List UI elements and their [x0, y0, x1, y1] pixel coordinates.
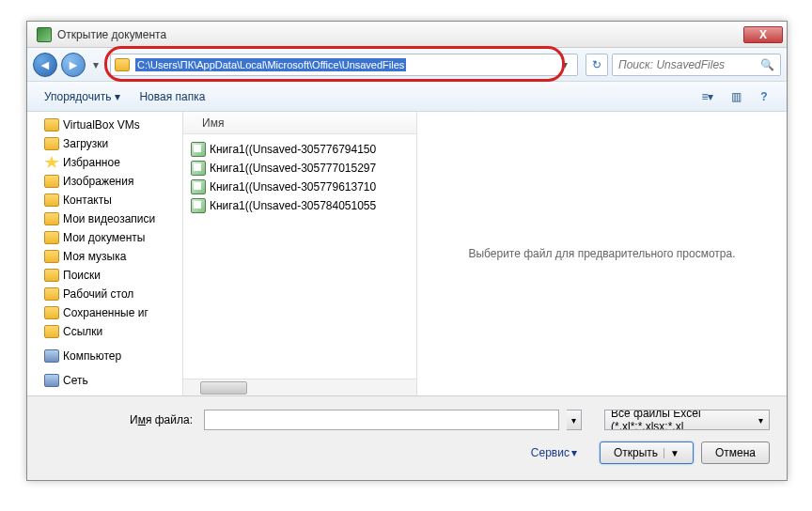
folder-icon	[115, 58, 130, 71]
address-bar[interactable]: C:\Users\ПК\AppData\Local\Microsoft\Offi…	[110, 54, 578, 76]
filename-dropdown[interactable]: ▾	[567, 410, 582, 430]
folder-icon	[44, 325, 59, 338]
address-dropdown[interactable]: ▾	[556, 58, 573, 71]
file-item[interactable]: Книга1((Unsaved-305776794150	[187, 140, 413, 159]
titlebar: Открытие документа X	[27, 22, 787, 48]
folder-icon	[44, 231, 59, 244]
tree-item-label: Мои документы	[63, 231, 145, 244]
folder-icon	[44, 137, 59, 150]
tree-item[interactable]: VirtualBox VMs	[27, 116, 182, 134]
tree-item[interactable]: Ссылки	[27, 322, 182, 341]
close-button[interactable]: X	[743, 26, 783, 43]
folder-icon	[44, 194, 59, 207]
back-button[interactable]: ◄	[33, 53, 57, 77]
excel-file-icon	[191, 179, 206, 194]
horizontal-scrollbar[interactable]	[183, 379, 416, 395]
excel-file-icon	[191, 198, 206, 213]
refresh-button[interactable]: ↻	[586, 54, 608, 76]
folder-icon	[44, 287, 59, 301]
folder-icon	[44, 306, 59, 319]
chevron-down-icon: ▾	[758, 415, 763, 426]
window-title: Открытие документа	[57, 28, 743, 41]
tree-item-label: Рабочий стол	[63, 287, 133, 301]
toolbar: Упорядочить▾ Новая папка ≡▾ ▥ ?	[27, 82, 787, 112]
forward-button[interactable]: ►	[61, 53, 86, 77]
preview-pane: Выберите файл для предварительного просм…	[416, 112, 787, 395]
tree-item-label: Ссылки	[63, 325, 102, 338]
file-item[interactable]: Книга1((Unsaved-305777015297	[187, 159, 413, 178]
folder-icon	[44, 250, 59, 263]
tree-item-label: Загрузки	[63, 137, 108, 150]
tree-item[interactable]: Рабочий стол	[27, 285, 182, 303]
folder-tree[interactable]: VirtualBox VMsЗагрузкиИзбранноеИзображен…	[27, 112, 183, 395]
tree-item[interactable]: Контакты	[27, 191, 182, 209]
excel-icon	[37, 27, 52, 42]
file-item[interactable]: Книга1((Unsaved-305784051055	[187, 196, 413, 215]
tree-item-label: Изображения	[63, 175, 133, 188]
excel-file-icon	[191, 142, 206, 157]
folder-icon	[44, 374, 59, 387]
file-list[interactable]: Книга1((Unsaved-305776794150Книга1((Unsa…	[183, 134, 416, 221]
preview-pane-button[interactable]: ▥	[723, 86, 749, 107]
dialog-footer: Имя файла: ▾ Все файлы Excel (*.xl*;*.xl…	[27, 395, 787, 480]
folder-icon	[44, 156, 59, 169]
column-header-name[interactable]: Имя	[183, 112, 416, 134]
new-folder-button[interactable]: Новая папка	[132, 86, 212, 107]
tree-item[interactable]: Сеть	[27, 371, 182, 390]
filename-label: Имя файла:	[44, 413, 196, 426]
tree-item[interactable]: Мои документы	[27, 228, 182, 247]
open-button[interactable]: Открыть▼	[600, 441, 694, 464]
tree-item[interactable]: Загрузки	[27, 134, 182, 153]
folder-icon	[44, 349, 59, 363]
tree-item-label: Поиски	[63, 269, 101, 282]
folder-icon	[44, 175, 59, 188]
excel-file-icon	[191, 161, 206, 176]
cancel-button[interactable]: Отмена	[701, 441, 770, 464]
tree-item[interactable]: Избранное	[27, 153, 182, 172]
tree-item-label: Моя музыка	[63, 250, 126, 263]
nav-history-dropdown[interactable]: ▾	[89, 53, 102, 77]
address-path: C:\Users\ПК\AppData\Local\Microsoft\Offi…	[135, 58, 406, 71]
view-mode-button[interactable]: ≡▾	[695, 86, 721, 107]
navigation-bar: ◄ ► ▾ C:\Users\ПК\AppData\Local\Microsof…	[27, 48, 787, 82]
tree-item[interactable]: Поиски	[27, 266, 182, 285]
tree-item-label: Мои видеозаписи	[63, 212, 155, 225]
organize-button[interactable]: Упорядочить▾	[37, 86, 128, 107]
tree-item[interactable]: Мои видеозаписи	[27, 209, 182, 228]
file-name: Книга1((Unsaved-305776794150	[210, 143, 376, 156]
search-icon: 🔍	[760, 58, 774, 71]
tools-link[interactable]: Сервис ▾	[531, 446, 577, 459]
help-button[interactable]: ?	[751, 86, 777, 107]
tree-item[interactable]: Компьютер	[27, 347, 182, 365]
file-name: Книга1((Unsaved-305784051055	[210, 199, 376, 212]
open-file-dialog: Открытие документа X ◄ ► ▾ C:\Users\ПК\A…	[26, 21, 788, 481]
scrollbar-thumb[interactable]	[200, 381, 247, 395]
file-type-filter[interactable]: Все файлы Excel (*.xl*;*.xlsx;*.xl ▾	[604, 410, 770, 430]
tree-item[interactable]: Моя музыка	[27, 247, 182, 266]
preview-placeholder: Выберите файл для предварительного просм…	[468, 247, 735, 260]
tree-item-label: Избранное	[63, 156, 120, 169]
search-box[interactable]: 🔍	[612, 54, 781, 76]
folder-icon	[44, 269, 59, 282]
search-input[interactable]	[618, 58, 760, 71]
folder-icon	[44, 212, 59, 225]
tree-item-label: Компьютер	[63, 349, 121, 363]
tree-item[interactable]: Сохраненные иг	[27, 303, 182, 322]
file-list-pane: Имя Книга1((Unsaved-305776794150Книга1((…	[183, 112, 416, 395]
file-name: Книга1((Unsaved-305777015297	[210, 162, 376, 175]
tree-item-label: Сеть	[63, 374, 88, 387]
file-name: Книга1((Unsaved-305779613710	[210, 180, 376, 194]
file-item[interactable]: Книга1((Unsaved-305779613710	[187, 178, 413, 196]
tree-item-label: VirtualBox VMs	[63, 118, 140, 132]
tree-item-label: Контакты	[63, 194, 112, 207]
tree-item-label: Сохраненные иг	[63, 306, 148, 319]
tree-item[interactable]: Изображения	[27, 172, 182, 191]
filename-input[interactable]	[204, 410, 559, 430]
folder-icon	[44, 118, 59, 132]
